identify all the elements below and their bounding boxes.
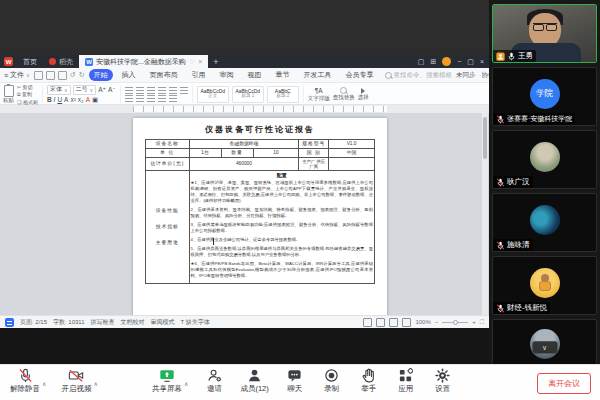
word-count[interactable]: 字数: 10311 (53, 318, 85, 327)
menu-tab-reference[interactable]: 引用 (187, 69, 211, 81)
start-video-button[interactable]: 开启视频 (61, 368, 91, 394)
clear-format-icon[interactable] (169, 87, 177, 94)
menu-tab-vip[interactable]: 会员专享 (341, 69, 379, 81)
sync-status[interactable]: 未同步 (456, 71, 476, 80)
raise-hand-button[interactable]: 举手 (358, 368, 380, 394)
style-heading1[interactable]: AaBbCcDd标题 1 (232, 86, 264, 103)
menu-tab-section[interactable]: 章节 (271, 69, 295, 81)
zoom-in-icon[interactable]: + (472, 319, 476, 325)
tab-pin-icon[interactable]: ♢ (189, 58, 195, 66)
zoom-out-icon[interactable]: − (435, 319, 439, 325)
task-pane-icon[interactable] (5, 318, 14, 327)
save-icon[interactable] (34, 71, 43, 80)
settings-button[interactable]: 设置 (432, 368, 454, 394)
outline-view-icon[interactable] (389, 318, 398, 327)
file-menu[interactable]: ≡ 文件 ∨ (4, 70, 30, 80)
line-spacing-icon[interactable] (169, 95, 177, 102)
decrease-font-icon[interactable]: A⁻ (108, 86, 116, 94)
participant-tile-shiyongqing[interactable]: 施咏清 (492, 193, 597, 252)
sidebar-collapse-button[interactable]: ∨ (532, 341, 558, 354)
menu-tab-start[interactable]: 开始 (89, 69, 113, 81)
zoom-slider-knob[interactable] (453, 320, 458, 325)
menu-tab-view[interactable]: 视图 (243, 69, 267, 81)
review-mode[interactable]: 审阅模式 (151, 318, 175, 327)
cut-button[interactable]: ✂ 剪切 (17, 84, 38, 90)
restore-button[interactable]: ▢ (467, 58, 474, 66)
layout-switch-icon[interactable]: ▢ (418, 58, 425, 66)
align-left-icon[interactable] (125, 95, 133, 102)
justify-icon[interactable] (158, 95, 166, 102)
copy-button[interactable]: ⧉ 复制 (17, 91, 38, 98)
web-view-icon[interactable] (402, 318, 411, 327)
fit-page-icon[interactable]: ⛶ (480, 319, 484, 326)
subscript-icon[interactable]: x₂ (78, 96, 84, 103)
bullet-list-icon[interactable] (125, 87, 133, 94)
participant-tile-zhangsaisai[interactable]: 学院 张赛赛·安徽科技学院 (492, 67, 597, 126)
style-normal[interactable]: AaBbCcDd正文 (197, 86, 229, 103)
bold-icon[interactable]: B (47, 96, 52, 103)
text-layout-button[interactable]: ¶A文字排版 (308, 87, 330, 101)
strikethrough-icon[interactable]: A (64, 96, 68, 103)
new-tab-button[interactable]: + (208, 57, 223, 67)
undo-icon[interactable]: ↺ (70, 71, 76, 79)
numbered-list-icon[interactable] (136, 87, 144, 94)
invite-button[interactable]: 邀请 (203, 368, 225, 394)
indent-icon[interactable] (158, 87, 166, 94)
superscript-icon[interactable]: x² (70, 96, 75, 103)
document-page[interactable]: 仪器设备可行性论证报告 设备名称 金融数据终端 规格型号 V1.0 单 位 1台 (133, 118, 387, 315)
show-marks-icon[interactable] (180, 87, 188, 94)
redo-icon[interactable]: ↻ (79, 71, 85, 79)
font-color-icon[interactable]: A (86, 96, 90, 103)
preview-icon[interactable] (58, 71, 67, 80)
outdent-icon[interactable] (147, 87, 155, 94)
command-search[interactable]: 查找命令、搜索模板 (385, 71, 453, 80)
scrollbar-thumb[interactable] (483, 117, 487, 159)
participant-tile-qianxinyue[interactable]: 财经-钱新悦 (492, 256, 597, 315)
menu-tab-devtools[interactable]: 开发工具 (299, 69, 337, 81)
page-view-icon[interactable] (376, 318, 385, 327)
menu-tab-review[interactable]: 审阅 (215, 69, 239, 81)
zoom-slider[interactable] (442, 322, 468, 323)
document-canvas[interactable]: 仪器设备可行性论证报告 设备名称 金融数据终端 规格型号 V1.0 单 位 1台 (0, 113, 489, 315)
missing-font-warning[interactable]: T 缺失字体 (181, 318, 210, 327)
align-right-icon[interactable] (147, 95, 155, 102)
find-replace-button[interactable]: 查找替换 (333, 87, 355, 101)
font-name-select[interactable]: 宋体∨ (47, 85, 71, 95)
document-proof[interactable]: 文档校对 (121, 318, 145, 327)
camera-options-chevron[interactable]: ∧ (93, 380, 97, 387)
highlight-icon[interactable]: ▣ (92, 96, 98, 104)
paste-button[interactable]: 粘贴 (3, 85, 14, 104)
select-button[interactable]: 选择 (358, 88, 369, 101)
members-button[interactable]: 成员(12) (240, 368, 268, 394)
share-options-chevron[interactable]: ∧ (184, 380, 188, 387)
minimize-button[interactable]: − (457, 58, 461, 65)
record-button[interactable]: 录制 (321, 368, 343, 394)
participant-tile-wangyong[interactable]: 王勇 (492, 4, 597, 63)
workspace-grid-icon[interactable]: ⊞ (430, 58, 436, 66)
apps-button[interactable]: 应用 (395, 368, 417, 394)
zoom-level[interactable]: 100% (415, 319, 430, 325)
italic-icon[interactable]: I (54, 96, 56, 103)
menu-tab-insert[interactable]: 插入 (117, 69, 141, 81)
spell-check[interactable]: 拼写检查 (91, 318, 115, 327)
style-heading2[interactable]: AaBbC标题 2 (267, 86, 299, 103)
menu-tab-pagelayout[interactable]: 页面布局 (145, 69, 183, 81)
leave-meeting-button[interactable]: 离开会议 (537, 373, 591, 394)
document-scrollbar[interactable] (482, 113, 488, 315)
tab-docer[interactable]: 稻壳 (43, 55, 79, 68)
account-avatar[interactable] (442, 57, 451, 66)
eye-protect-icon[interactable] (363, 318, 372, 327)
format-painter-button[interactable]: ❏ 格式刷 (17, 99, 38, 105)
participant-tile-gengguanghan[interactable]: 耿广汉 (492, 130, 597, 189)
tab-close-icon[interactable]: × (198, 58, 202, 65)
increase-font-icon[interactable]: A⁺ (98, 86, 106, 94)
tab-document[interactable]: W 安徽科技学院...金融数据采购 ♢ × (79, 55, 208, 68)
tab-home[interactable]: 首页 (17, 55, 43, 68)
close-button[interactable]: × (480, 58, 484, 65)
mic-options-chevron[interactable]: ∧ (42, 380, 46, 387)
share-screen-button[interactable]: 共享屏幕 (152, 368, 182, 394)
ruler[interactable] (0, 105, 489, 113)
unmute-button[interactable]: 解除静音 (10, 368, 40, 394)
font-size-select[interactable]: 二号∨ (73, 85, 97, 95)
print-icon[interactable] (46, 71, 55, 80)
